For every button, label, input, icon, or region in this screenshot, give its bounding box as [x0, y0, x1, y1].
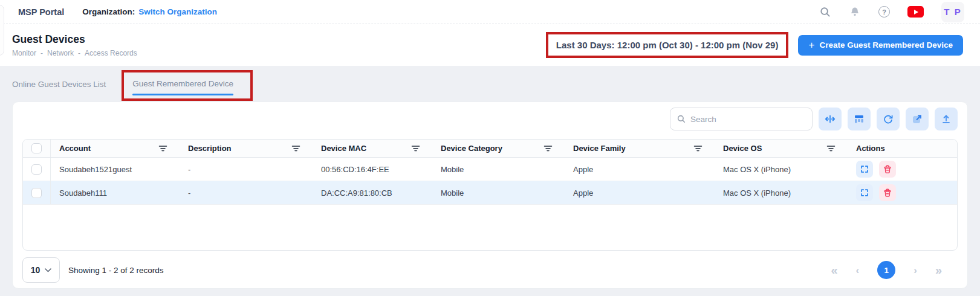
row-checkbox[interactable]: [31, 164, 42, 175]
cell-actions: [848, 184, 957, 201]
cell-device-os: Mac OS X (iPhone): [715, 165, 848, 174]
row-checkbox[interactable]: [31, 188, 42, 198]
column-header-device-family: Device Family: [565, 140, 715, 157]
table-footer: 10 Showing 1 - 2 of 2 records « ‹ 1 › »: [22, 257, 958, 283]
tabs-row: Online Guest Devices List Guest Remember…: [0, 66, 980, 101]
external-link-icon: [911, 113, 923, 125]
select-all-checkbox[interactable]: [31, 143, 42, 153]
page-title: Guest Devices: [12, 33, 137, 46]
sidebar-edge-handle[interactable]: [0, 5, 4, 56]
create-guest-remembered-device-button[interactable]: + Create Guest Remembered Device: [798, 35, 963, 56]
row-checkbox-cell: [23, 181, 51, 204]
fullscreen-icon: [859, 164, 870, 175]
cell-device-mac: 00:56:CD:16:4F:EE: [313, 165, 432, 174]
page-size-select[interactable]: 10: [22, 257, 60, 283]
trash-icon: [882, 164, 893, 175]
active-tab-underline: [132, 94, 233, 95]
topbar: MSP Portal Organization: Switch Organiza…: [0, 0, 980, 24]
column-header-device-mac: Device MAC: [313, 140, 432, 157]
columns-icon: [853, 113, 865, 125]
pagination: « ‹ 1 › »: [831, 261, 942, 279]
pagination-next-button[interactable]: ›: [913, 265, 917, 275]
breadcrumb-separator: -: [78, 49, 80, 57]
cell-device-category: Mobile: [432, 165, 565, 174]
delete-button[interactable]: [879, 161, 896, 178]
guest-remembered-device-panel: Account Description Device MAC: [12, 101, 968, 289]
fit-columns-button[interactable]: [819, 108, 842, 130]
cell-device-mac: DA:CC:A9:81:80:CB: [313, 188, 432, 198]
row-checkbox-cell: [23, 158, 51, 181]
breadcrumb-network[interactable]: Network: [47, 49, 74, 57]
breadcrumb-monitor[interactable]: Monitor: [12, 49, 36, 57]
export-button[interactable]: [935, 108, 958, 130]
tab-online-guest-devices-list[interactable]: Online Guest Devices List: [12, 80, 106, 89]
bell-icon[interactable]: [849, 6, 861, 18]
help-icon[interactable]: ?: [878, 6, 890, 18]
page-header-right: Last 30 Days: 12:00 pm (Oct 30) - 12:00 …: [546, 32, 963, 58]
column-header-actions: Actions: [848, 140, 957, 157]
table-row[interactable]: Soudabeh111 - DA:CC:A9:81:80:CB Mobile A…: [23, 181, 957, 205]
column-label: Device OS: [723, 144, 762, 153]
create-button-label: Create Guest Remembered Device: [819, 40, 953, 50]
brand-logo[interactable]: MSP Portal: [18, 7, 64, 17]
search-icon[interactable]: [819, 6, 831, 18]
fullscreen-icon: [859, 187, 870, 198]
date-range-picker[interactable]: Last 30 Days: 12:00 pm (Oct 30) - 12:00 …: [546, 32, 789, 58]
cell-device-family: Apple: [565, 188, 715, 198]
upload-icon: [940, 113, 952, 125]
breadcrumb-separator: -: [41, 49, 43, 57]
cell-account: Soudabeh111: [51, 188, 180, 198]
columns-settings-button[interactable]: [848, 108, 871, 130]
search-box: [670, 108, 813, 130]
column-header-description: Description: [180, 140, 313, 157]
header-checkbox-cell: [23, 140, 51, 157]
page-size-value: 10: [31, 265, 41, 275]
refresh-icon: [882, 113, 894, 125]
filter-icon[interactable]: [693, 144, 703, 152]
column-header-device-category: Device Category: [432, 140, 565, 157]
pagination-last-button[interactable]: »: [935, 264, 942, 276]
pagination-prev-button[interactable]: ‹: [856, 265, 860, 275]
page-header: Guest Devices Monitor - Network - Access…: [0, 24, 980, 66]
column-label: Device Family: [573, 144, 626, 153]
youtube-icon[interactable]: [907, 6, 924, 18]
table-header-row: Account Description Device MAC: [23, 140, 957, 158]
annotation-highlight-box: Guest Remembered Device: [122, 70, 253, 101]
breadcrumb: Monitor - Network - Access Records: [12, 49, 137, 57]
table-toolbar: [22, 108, 958, 130]
search-input[interactable]: [690, 115, 806, 124]
pagination-current-page[interactable]: 1: [877, 261, 895, 279]
expand-horizontal-icon: [824, 113, 836, 125]
cell-description: -: [180, 165, 313, 174]
organization-group: Organization: Switch Organization: [82, 7, 217, 16]
open-in-new-button[interactable]: [906, 108, 929, 130]
pagination-first-button[interactable]: «: [831, 264, 837, 276]
delete-button[interactable]: [879, 184, 896, 201]
column-label: Device Category: [441, 144, 502, 153]
refresh-button[interactable]: [877, 108, 900, 130]
column-header-account: Account: [51, 140, 180, 157]
column-label: Description: [188, 144, 232, 153]
guest-remembered-device-table: Account Description Device MAC: [22, 139, 958, 251]
cell-device-family: Apple: [565, 165, 715, 174]
view-details-button[interactable]: [856, 161, 873, 178]
filter-icon[interactable]: [158, 144, 167, 152]
cell-device-category: Mobile: [432, 188, 565, 198]
switch-organization-link[interactable]: Switch Organization: [138, 7, 217, 16]
page-header-left: Guest Devices Monitor - Network - Access…: [12, 33, 137, 57]
filter-icon[interactable]: [411, 144, 420, 152]
breadcrumb-access-records[interactable]: Access Records: [85, 49, 137, 57]
user-avatar[interactable]: T P: [941, 2, 964, 22]
chevron-down-icon: [45, 268, 51, 272]
filter-icon[interactable]: [826, 144, 836, 152]
cell-account: Soudabeh1521guest: [51, 165, 180, 174]
table-row[interactable]: Soudabeh1521guest - 00:56:CD:16:4F:EE Mo…: [23, 158, 957, 181]
plus-icon: +: [808, 40, 814, 50]
records-summary: Showing 1 - 2 of 2 records: [68, 266, 164, 275]
view-details-button[interactable]: [856, 184, 873, 201]
filter-icon[interactable]: [291, 144, 300, 152]
search-icon: [677, 114, 686, 124]
column-label: Actions: [856, 144, 885, 153]
filter-icon[interactable]: [544, 144, 553, 152]
tab-guest-remembered-device[interactable]: Guest Remembered Device: [132, 78, 233, 95]
